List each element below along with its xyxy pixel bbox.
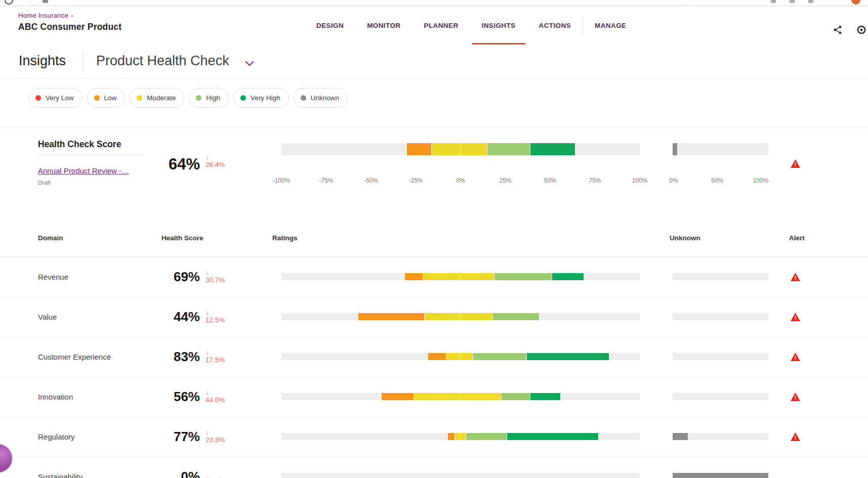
unknown-segment	[673, 473, 768, 478]
legend-chip-moderate[interactable]: Moderate	[130, 88, 184, 108]
score-card-title: Health Check Score	[38, 139, 121, 150]
legend-label: Unknown	[311, 94, 339, 102]
health-score-value: 44%	[137, 309, 200, 325]
rating-segment-high	[473, 353, 526, 360]
table-row-innovation: Innovation56%↓44.0%	[0, 377, 868, 417]
rating-segment-very_high	[530, 143, 575, 155]
legend-label: Low	[104, 94, 117, 102]
table-row-regulatory: Regulatory77%↓23.3%	[0, 417, 868, 457]
tab-monitor[interactable]: MONITOR	[355, 6, 412, 45]
column-header-alert: Alert	[789, 234, 805, 242]
domain-label: Customer Experience	[38, 353, 111, 361]
alert-icon[interactable]	[791, 432, 800, 441]
down-arrow-icon: ↓	[205, 428, 225, 436]
browser-chrome	[0, 0, 868, 6]
axis-tick-label: 0%	[456, 177, 465, 184]
legend-dot-low	[94, 95, 100, 101]
review-link[interactable]: Annual Product Review -…	[38, 166, 129, 175]
axis-tick-label: 100%	[753, 177, 769, 184]
overall-ratings-bar	[281, 143, 640, 155]
column-header-unknown: Unknown	[670, 234, 700, 242]
overall-unknown-bar	[673, 143, 768, 155]
unknown-bar	[673, 313, 768, 320]
review-status: Draft	[38, 180, 51, 186]
health-score-value: 69%	[137, 269, 200, 285]
rating-segment-low	[428, 353, 445, 360]
browser-extension-icon[interactable]	[771, 0, 776, 3]
domain-label: Revenue	[38, 273, 68, 281]
nav-tabs: DESIGNMONITORPLANNERINSIGHTSACTIONSMANAG…	[305, 6, 638, 45]
axis-tick-label: 0%	[669, 177, 678, 184]
tab-actions[interactable]: ACTIONS	[527, 6, 583, 45]
score-change: ↓23.3%	[205, 428, 225, 444]
rating-segment-very_high	[552, 273, 584, 280]
table-row-revenue: Revenue69%↓30.7%	[0, 257, 868, 297]
alert-icon[interactable]	[791, 313, 800, 321]
rating-segment-moderate	[414, 393, 460, 400]
axis-tick-label: -25%	[408, 177, 423, 184]
legend-chip-unknown[interactable]: Unknown	[294, 88, 348, 108]
legend-chip-low[interactable]: Low	[87, 88, 126, 108]
domain-table: Domain Health Score Ratings Unknown Aler…	[0, 195, 868, 478]
legend: Very LowLowModerateHighVery HighUnknown	[28, 88, 348, 108]
ratings-bar	[281, 273, 640, 280]
change-value: 26.4%	[205, 161, 225, 169]
health-score-value: 77%	[137, 429, 200, 445]
alert-icon[interactable]	[791, 273, 800, 281]
legend-label: Moderate	[147, 94, 176, 102]
ratings-bar	[281, 313, 640, 320]
overall-score-change: ↓ 26.4%	[205, 153, 225, 169]
breadcrumb[interactable]: Home Insurance ▸	[18, 12, 74, 19]
rating-segment-very_high	[530, 393, 560, 400]
rating-segment-moderate	[461, 143, 487, 155]
score-change: No change	[205, 468, 238, 478]
change-value: No change	[205, 476, 238, 478]
legend-dot-high	[196, 95, 201, 101]
rating-segment-high	[466, 433, 507, 440]
tab-manage[interactable]: MANAGE	[583, 6, 638, 45]
title-divider	[83, 51, 84, 72]
legend-chip-high[interactable]: High	[189, 88, 229, 108]
tab-planner[interactable]: PLANNER	[412, 6, 470, 45]
site-info-icon[interactable]	[43, 0, 48, 3]
unknown-bar	[673, 433, 768, 440]
tab-design[interactable]: DESIGN	[305, 6, 355, 45]
domain-label: Regulatory	[38, 432, 75, 441]
breadcrumb-link[interactable]: Home Insurance	[18, 12, 68, 19]
rating-segment-moderate	[432, 143, 460, 155]
tab-insights[interactable]: INSIGHTS	[470, 6, 527, 45]
rating-segment-moderate	[461, 313, 492, 320]
browser-menu-icon[interactable]	[808, 0, 813, 3]
browser-address-bar[interactable]	[28, 0, 689, 6]
axis-tick-label: 50%	[544, 177, 556, 184]
section-label: Insights	[19, 53, 66, 69]
rating-segment-low	[405, 273, 422, 280]
health-score-value: 0%	[137, 469, 200, 478]
rating-segment-moderate	[461, 353, 473, 360]
rating-segment-moderate	[461, 433, 466, 440]
chevron-down-icon[interactable]	[245, 58, 254, 66]
table-row-sustainability: Sustainability0%No change	[0, 457, 868, 478]
change-value: 12.5%	[205, 316, 225, 324]
unknown-segment	[673, 433, 688, 440]
share-icon[interactable]	[833, 25, 843, 35]
view-title-dropdown[interactable]: Product Health Check	[96, 53, 229, 69]
alert-icon[interactable]	[791, 159, 800, 168]
change-value: 30.7%	[205, 276, 225, 284]
alert-icon[interactable]	[791, 393, 800, 401]
rating-segment-high	[487, 143, 530, 155]
axis-tick-label: 25%	[499, 177, 511, 184]
axis-tick-label: 75%	[589, 177, 601, 184]
legend-chip-very_high[interactable]: Very High	[233, 88, 289, 108]
legend-chip-very_low[interactable]: Very Low	[28, 88, 82, 108]
down-arrow-icon: ↓	[205, 349, 225, 356]
rating-segment-moderate	[423, 273, 460, 280]
reload-icon[interactable]	[5, 0, 13, 5]
watch-icon[interactable]	[856, 25, 866, 35]
browser-extension-icon[interactable]	[790, 0, 795, 3]
browser-profile-avatar[interactable]	[851, 0, 860, 5]
score-change: ↓12.5%	[205, 309, 225, 324]
alert-icon[interactable]	[791, 353, 800, 361]
rating-segment-high	[493, 313, 539, 320]
legend-label: Very Low	[46, 94, 74, 102]
